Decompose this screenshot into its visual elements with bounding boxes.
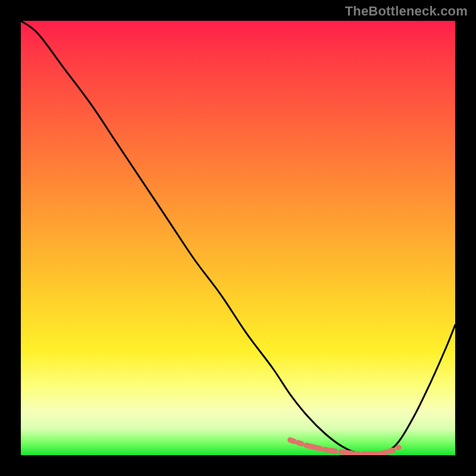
chart-overlay	[21, 21, 455, 455]
chart-plot-area	[21, 21, 455, 455]
bottleneck-curve	[21, 21, 455, 455]
watermark-text: TheBottleneck.com	[345, 4, 468, 19]
